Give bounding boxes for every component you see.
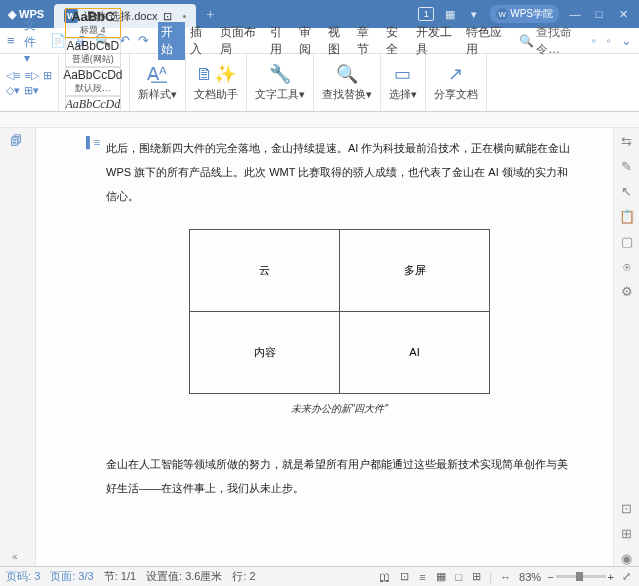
ribbon: ◁≡≡▷⊞ ◇▾⊞▾ AaBbC 标题 4 AaBbCcD 普通(网站) AaB… bbox=[0, 54, 639, 112]
grid-icon[interactable]: ▦ bbox=[442, 6, 458, 22]
view-print-icon[interactable]: ▦ bbox=[434, 570, 448, 583]
share-icon: ↗ bbox=[448, 63, 463, 85]
doc-helper-button[interactable]: 🗎✨ 文档助手 bbox=[186, 54, 247, 111]
hamburger-icon[interactable]: ≡ bbox=[4, 31, 18, 50]
options-icon[interactable]: ⌄ bbox=[618, 31, 635, 50]
shape-icon[interactable]: ▢ bbox=[621, 234, 633, 249]
tool3-icon[interactable]: ◉ bbox=[621, 551, 632, 566]
status-pages[interactable]: 页面: 3/3 bbox=[50, 569, 93, 584]
view-mode2-icon[interactable]: ≡ bbox=[417, 571, 427, 583]
pencil-icon[interactable]: ✎ bbox=[621, 159, 632, 174]
collapse-ribbon-icon[interactable]: ◦ bbox=[589, 31, 600, 50]
maximize-icon[interactable]: □ bbox=[591, 6, 607, 22]
style-default[interactable]: AaBbCcDd 默认段… bbox=[65, 67, 121, 96]
status-row[interactable]: 行: 2 bbox=[232, 569, 255, 584]
zoom-out-icon[interactable]: − bbox=[547, 571, 553, 583]
style-gallery: AaBbC 标题 4 AaBbCcD 普通(网站) AaBbCcDd 默认段… … bbox=[59, 54, 130, 111]
table-caption[interactable]: 未来办公的新"四大件" bbox=[106, 402, 573, 416]
paragraph-2[interactable]: 金山在人工智能等领域所做的努力，就是希望所有用户都能通过这些最新技术实现简单创作… bbox=[106, 452, 573, 500]
status-section[interactable]: 节: 1/1 bbox=[104, 569, 136, 584]
select-button[interactable]: ▭ 选择▾ bbox=[381, 54, 426, 111]
cell-ai[interactable]: AI bbox=[340, 311, 490, 393]
zoom-in-icon[interactable]: + bbox=[608, 571, 614, 583]
wps-academy-button[interactable]: WWPS学院 bbox=[490, 5, 559, 23]
view-fit-icon[interactable]: ↔ bbox=[498, 571, 513, 583]
paragraph-1[interactable]: 此后，围绕新四大件的完全落地，金山持续提速。AI 作为科技最前沿技术，正在横向赋… bbox=[106, 136, 573, 209]
new-tab-button[interactable]: + bbox=[206, 6, 214, 22]
left-gutter: 🗐 « bbox=[0, 128, 36, 566]
view-web-icon[interactable]: □ bbox=[454, 571, 465, 583]
view-outline-icon[interactable]: ⊞ bbox=[470, 570, 483, 583]
close-icon[interactable]: • bbox=[182, 10, 186, 22]
link-icon[interactable]: ⍟ bbox=[623, 259, 631, 274]
border-icon[interactable]: ⊞▾ bbox=[24, 84, 39, 97]
minimize-icon[interactable]: — bbox=[567, 6, 583, 22]
doc-helper-icon: 🗎✨ bbox=[196, 63, 236, 85]
find-replace-button[interactable]: 🔍 查找替换▾ bbox=[314, 54, 381, 111]
document-page[interactable]: ▌≡ 此后，围绕新四大件的完全落地，金山持续提速。AI 作为科技最前沿技术，正在… bbox=[36, 128, 613, 566]
expand-icon[interactable]: ⤢ bbox=[620, 570, 633, 583]
paragraph-mark-icon: ▌≡ bbox=[86, 136, 100, 148]
dropdown-icon[interactable]: ▾ bbox=[466, 6, 482, 22]
gear-icon[interactable]: ⚙ bbox=[621, 284, 633, 299]
sidebar-toggle-icon[interactable]: ⇆ bbox=[621, 134, 632, 149]
status-page[interactable]: 页码: 3 bbox=[6, 569, 40, 584]
share-button[interactable]: ↗ 分享文档 bbox=[426, 54, 487, 111]
view-spell-icon[interactable]: 🕮 bbox=[377, 571, 392, 583]
indent-right-icon[interactable]: ≡▷ bbox=[24, 69, 38, 82]
new-style-button[interactable]: A͟ᴬ 新样式▾ bbox=[130, 54, 186, 111]
paint-icon[interactable]: ◇▾ bbox=[6, 84, 20, 97]
status-ruler[interactable]: 设置值: 3.6厘米 bbox=[146, 569, 222, 584]
tool2-icon[interactable]: ⊞ bbox=[621, 526, 632, 541]
cursor-icon[interactable]: ↖ bbox=[621, 184, 632, 199]
notification-badge[interactable]: 1 bbox=[418, 7, 434, 21]
indent-left-icon[interactable]: ◁≡ bbox=[6, 69, 20, 82]
prev-page-icon[interactable]: « bbox=[12, 551, 18, 562]
zoom-value[interactable]: 83% bbox=[519, 571, 541, 583]
help-icon[interactable]: ◦ bbox=[603, 31, 614, 50]
clipboard-icon[interactable]: 📋 bbox=[619, 209, 635, 224]
cell-cloud[interactable]: 云 bbox=[190, 229, 340, 311]
close-window-icon[interactable]: ✕ bbox=[615, 6, 631, 22]
content-table[interactable]: 云 多屏 内容 AI bbox=[189, 229, 490, 394]
view-mode1-icon[interactable]: ⊡ bbox=[398, 570, 411, 583]
find-icon: 🔍 bbox=[336, 63, 358, 85]
cell-multiscreen[interactable]: 多屏 bbox=[340, 229, 490, 311]
text-tool-button[interactable]: 🔧 文字工具▾ bbox=[247, 54, 314, 111]
status-bar: 页码: 3 页面: 3/3 节: 1/1 设置值: 3.6厘米 行: 2 🕮 ⊡… bbox=[0, 566, 639, 586]
document-area: 🗐 « ▌≡ 此后，围绕新四大件的完全落地，金山持续提速。AI 作为科技最前沿技… bbox=[0, 128, 639, 566]
new-style-icon: A͟ᴬ bbox=[147, 63, 167, 85]
ribbon-group-format: ◁≡≡▷⊞ ◇▾⊞▾ bbox=[0, 54, 59, 111]
right-sidebar: ⇆ ✎ ↖ 📋 ▢ ⍟ ⚙ ⊡ ⊞ ◉ bbox=[613, 128, 639, 566]
search-command[interactable]: 🔍 查找命令… bbox=[519, 24, 589, 58]
cell-content[interactable]: 内容 bbox=[190, 311, 340, 393]
redo-icon[interactable]: ↷ bbox=[135, 31, 152, 50]
outline-icon[interactable]: 🗐 bbox=[10, 134, 22, 148]
layout-icon[interactable]: ⊞ bbox=[43, 69, 52, 82]
tool1-icon[interactable]: ⊡ bbox=[621, 501, 632, 516]
select-icon: ▭ bbox=[394, 63, 411, 85]
ruler[interactable] bbox=[0, 112, 639, 128]
style-normal-web[interactable]: AaBbCcD 普通(网站) bbox=[65, 38, 121, 67]
text-tool-icon: 🔧 bbox=[269, 63, 291, 85]
zoom-slider[interactable]: − + bbox=[547, 571, 614, 583]
style-heading4[interactable]: AaBbC 标题 4 bbox=[65, 8, 121, 38]
